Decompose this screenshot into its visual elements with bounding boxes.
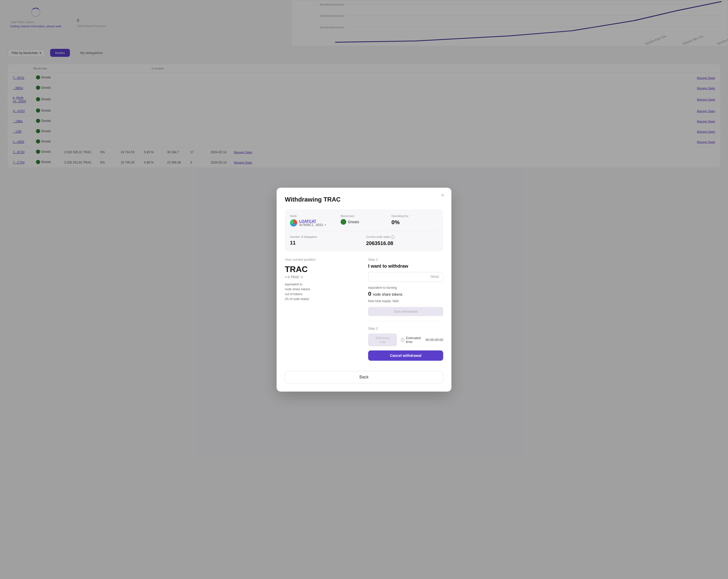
node-name-link[interactable]: LOAFCAT xyxy=(299,219,326,223)
delegators-label: Number of delegators xyxy=(290,235,362,238)
modal-close-button[interactable]: × xyxy=(439,192,446,199)
withdraw-now-button[interactable]: Withdraw now xyxy=(368,333,397,346)
node-info-grid: Node LOAFCAT 0x7b06C1...4D31 + xyxy=(290,215,438,227)
two-col-section: Your current position TRAC = 0 TRAC ⎘ eq… xyxy=(285,258,443,361)
step2-label: Step 2 xyxy=(368,327,443,330)
node-stake-info-icon[interactable]: i xyxy=(391,235,395,239)
start-withdrawal-button[interactable]: Start withdrawal xyxy=(368,307,443,316)
modal-title: Withdrawing TRAC xyxy=(285,196,443,203)
blockchain-column: Blockchain Gnosis xyxy=(341,215,387,227)
cancel-withdrawal-button[interactable]: Cancel withdrawal xyxy=(368,350,443,361)
operating-fee-value: 0% xyxy=(391,219,438,226)
current-position-section: Your current position TRAC = 0 TRAC ⎘ eq… xyxy=(285,258,360,361)
node-address: 0x7b06C1...4D31 + xyxy=(299,223,326,227)
step2-row: Withdraw now i Estimated time: 00:00:00:… xyxy=(368,333,443,346)
operating-fee-column: Operating fee 0% xyxy=(391,215,438,227)
estimated-time: i Estimated time: 00:00:00:00 xyxy=(401,336,443,344)
equiv-unit: node share tokens xyxy=(373,292,402,297)
blockchain-row: Gnosis xyxy=(341,219,387,225)
modal: × Withdrawing TRAC Node LOAFCAT 0x7b06C1… xyxy=(277,188,451,392)
gnosis-circle-icon xyxy=(341,219,346,225)
back-button[interactable]: Back xyxy=(285,371,443,383)
copy-icon[interactable]: ⎘ xyxy=(301,275,303,279)
step1-title: I want to withdraw xyxy=(368,263,443,269)
equiv-zero: 0 xyxy=(368,291,371,297)
plus-icon: + xyxy=(324,223,326,227)
estimated-info-icon[interactable]: i xyxy=(401,338,405,342)
delegator-count-value: 11 xyxy=(290,240,362,246)
step1-label: Step 1 xyxy=(368,258,443,261)
step1-section: Step 1 I want to withdraw TRAC equivalen… xyxy=(368,258,443,361)
equiv-label: equivalent to burning xyxy=(368,286,443,290)
position-equals: = 0 TRAC ⎘ xyxy=(285,275,360,279)
estimated-value: 00:00:00:00 xyxy=(425,338,443,342)
node-pie-icon xyxy=(290,219,297,227)
node-section-label: Node xyxy=(290,215,337,218)
blockchain-name: Gnosis xyxy=(348,220,359,224)
blockchain-section-label: Blockchain xyxy=(341,215,387,218)
node-info-card: Node LOAFCAT 0x7b06C1...4D31 + xyxy=(285,209,443,251)
node-info-grid2: Number of delegators 11 Current node sta… xyxy=(290,231,438,246)
new-supply: New total supply: NaN xyxy=(368,299,443,303)
estimated-label: Estimated time: xyxy=(406,336,424,344)
node-stake-label: Current node stake i xyxy=(366,235,438,239)
current-position-label: Your current position xyxy=(285,258,360,261)
equiv-value: 0 node share tokens xyxy=(368,291,443,297)
trac-input[interactable] xyxy=(368,272,427,281)
trac-input-row: TRAC xyxy=(368,272,443,282)
node-stake-column: Current node stake i 2063516.08 xyxy=(366,235,438,246)
position-equiv: equivalent to node share tokens out of t… xyxy=(285,282,360,302)
node-column: Node LOAFCAT 0x7b06C1...4D31 + xyxy=(290,215,337,227)
modal-overlay: × Withdrawing TRAC Node LOAFCAT 0x7b06C1… xyxy=(0,0,728,579)
delegators-column: Number of delegators 11 xyxy=(290,235,362,246)
position-trac: TRAC xyxy=(285,265,360,274)
node-name-row: LOAFCAT 0x7b06C1...4D31 + xyxy=(290,219,337,227)
node-stake-value: 2063516.08 xyxy=(366,241,438,246)
trac-suffix: TRAC xyxy=(427,272,443,281)
operating-fee-label: Operating fee xyxy=(391,215,438,218)
